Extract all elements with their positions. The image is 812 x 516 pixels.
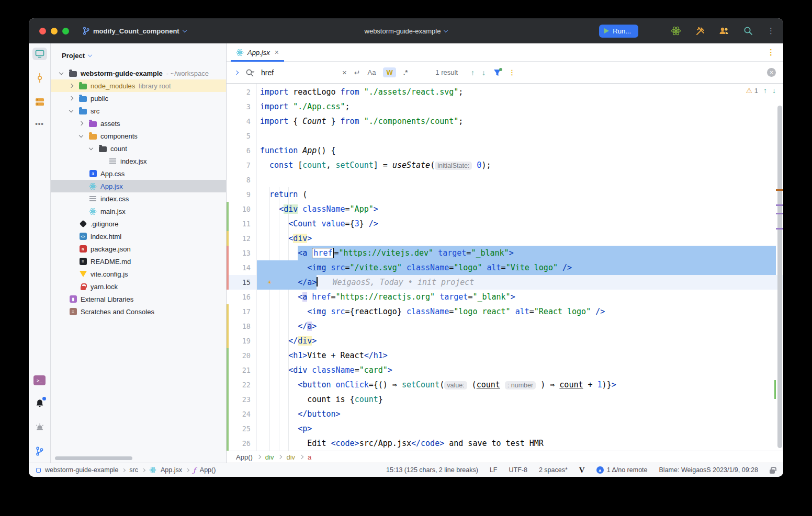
code-line-7[interactable]: 7 const [count, setCount] = useState(ini… [227,158,783,173]
line-number[interactable]: 8 [227,173,251,187]
vertical-scrollbar[interactable] [776,84,783,451]
chevron-down-icon[interactable] [89,145,93,150]
project-panel-header[interactable]: Project [51,43,226,60]
line-number[interactable]: 15 [227,275,251,290]
code-line-14[interactable]: 14 <img src="/vite.svg" className="logo"… [227,260,783,275]
close-search-icon[interactable]: × [767,68,776,77]
breadcrumb-item-div[interactable]: div [265,453,274,461]
code-line-24[interactable]: 24 </button> [227,407,783,421]
line-number[interactable]: 6 [227,143,251,158]
caret-position-widget[interactable]: 15:13 (125 chars, 2 line breaks) [386,466,478,474]
build-tools-icon[interactable] [695,26,705,36]
tree-item-assets[interactable]: assets [51,117,226,130]
tree-item-webstorm-guide-example[interactable]: webstorm-guide-example- ~/workspace [51,67,226,79]
tree-item-readme-md[interactable]: ≡README.md [51,255,226,268]
tree-item-external-libraries[interactable]: ▮External Libraries [51,293,226,305]
new-line-icon[interactable]: ↵ [354,68,360,77]
line-number[interactable]: 19 [227,334,251,348]
code-line-18[interactable]: 18 </a> [227,319,783,334]
tree-item-components[interactable]: components [51,130,226,142]
lock-icon[interactable] [770,469,775,474]
close-window-button[interactable] [39,28,46,35]
blame-widget[interactable]: Blame: WeigaosS 2023/1/9, 09:28 [659,466,758,474]
react-preview-icon[interactable] [671,26,681,36]
indent-widget[interactable]: 2 spaces* [539,466,568,474]
regex-toggle[interactable]: .* [403,68,408,76]
line-number[interactable]: 17 [227,304,251,319]
line-number[interactable]: 13 [227,246,251,260]
chevron-right-icon[interactable] [69,84,73,88]
line-number[interactable]: 26 [227,436,251,451]
next-occurrence-icon[interactable]: ↓ [482,68,486,77]
code-line-4[interactable]: 4import { Count } from "./components/cou… [227,114,783,129]
code-line-25[interactable]: 25 <p> [227,421,783,436]
match-case-toggle[interactable]: Aa [368,68,376,76]
previous-occurrence-icon[interactable]: ↑ [471,68,475,77]
git-branch-widget[interactable]: modify_Count_component [83,27,186,35]
tree-item-app-css[interactable]: 3App.css [51,167,226,180]
zoom-window-button[interactable] [62,28,69,35]
code-editor[interactable]: ⚠ 1 ↑ ↓ 2import reactLogo from "./assets… [227,84,783,451]
chevron-right-icon[interactable] [69,96,73,100]
line-number[interactable]: 23 [227,392,251,407]
tree-item-public[interactable]: public [51,92,226,105]
code-line-5[interactable]: 5 [227,129,783,143]
search-filter-icon[interactable] [493,69,501,76]
code-line-16[interactable]: 16 <a href="https://reactjs.org" target=… [227,290,783,304]
code-line-26[interactable]: 26 Edit <code>src/App.jsx</code> and sav… [227,436,783,451]
search-options-kebab-icon[interactable]: ⋮ [509,68,515,76]
vcs-incoming-widget[interactable]: ▲ 1 Δ/no remote [596,466,648,474]
notifications-bell-icon[interactable] [32,397,47,409]
breadcrumb-item-app[interactable]: App() [236,453,253,461]
tree-item-main-jsx[interactable]: main.jsx [51,205,226,217]
line-number[interactable]: 20 [227,348,251,363]
search-history-icon[interactable] [245,68,255,77]
line-number[interactable]: 5 [227,129,251,143]
users-icon[interactable] [719,26,729,36]
tree-item-package-json[interactable]: npackage.json [51,243,226,255]
statusbar-module[interactable]: webstorm-guide-example [45,466,118,474]
words-toggle[interactable]: W [383,67,396,77]
intention-bulb-icon[interactable]: ☀ [267,275,272,290]
search-everywhere-icon[interactable] [743,26,753,36]
inspections-widget[interactable]: ⚠ 1 ↑ ↓ [746,86,776,95]
line-number[interactable]: 22 [227,377,251,392]
code-line-3[interactable]: 3import "./App.css"; [227,99,783,114]
statusbar-symbol[interactable]: App() [200,466,216,474]
line-number[interactable]: 7 [227,158,251,173]
tree-item-index-jsx[interactable]: index.jsx [51,155,226,167]
code-line-20[interactable]: 20 <h1>Vite + React</h1> [227,348,783,363]
chevron-down-icon[interactable] [69,108,73,112]
line-number[interactable]: 2 [227,85,251,99]
statusbar-file[interactable]: App.jsx [161,466,182,474]
tree-item-yarn-lock[interactable]: yarn.lock [51,280,226,293]
line-number[interactable]: 16 [227,290,251,304]
tree-item-count[interactable]: count [51,142,226,155]
line-separator-widget[interactable]: LF [490,466,498,474]
encoding-widget[interactable]: UTF-8 [509,466,527,474]
next-problem-icon[interactable]: ↓ [772,86,776,95]
code-line-23[interactable]: 23 count is {count} [227,392,783,407]
line-number[interactable]: 21 [227,363,251,377]
tab-app-jsx[interactable]: App.jsx × [231,43,284,61]
tree-item-src[interactable]: src [51,105,226,117]
code-line-11[interactable]: 11 <Count value={3} /> [227,216,783,231]
line-number[interactable]: 14 [227,260,251,275]
breadcrumb-item-div2[interactable]: div [286,453,295,461]
tab-close-icon[interactable]: × [275,48,279,56]
project-tool-window-button[interactable] [32,48,47,60]
code-line-13[interactable]: 13 <a href="https://vitejs.dev" target="… [227,246,783,260]
line-number[interactable]: 25 [227,421,251,436]
tree-item-vite-config-js[interactable]: vite.config.js [51,268,226,280]
line-number[interactable]: 24 [227,407,251,421]
commit-tool-window-button[interactable] [32,72,47,84]
line-number[interactable]: 11 [227,216,251,231]
code-line-21[interactable]: 21 <div className="card"> [227,363,783,377]
minimize-window-button[interactable] [51,28,58,35]
line-number[interactable]: 12 [227,231,251,246]
line-number[interactable]: 4 [227,114,251,129]
horizontal-scrollbar[interactable] [55,456,132,460]
statusbar-dir[interactable]: src [129,466,138,474]
git-tool-window-button[interactable] [32,445,47,457]
main-menu-kebab-icon[interactable]: ⋮ [767,26,775,36]
